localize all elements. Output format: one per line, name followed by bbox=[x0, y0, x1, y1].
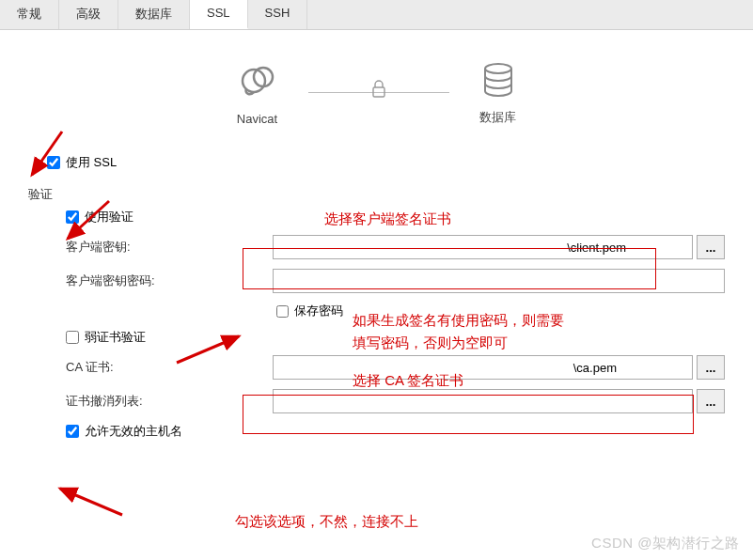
tab-advanced[interactable]: 高级 bbox=[59, 0, 118, 29]
crl-browse-button[interactable]: ... bbox=[697, 389, 725, 413]
svg-point-3 bbox=[485, 64, 511, 73]
client-key-pw-row: 客户端密钥密码: bbox=[66, 269, 725, 293]
server-node: 数据库 bbox=[478, 59, 519, 126]
client-key-row: 客户端密钥: ... bbox=[66, 235, 725, 259]
arrow-to-allow-host bbox=[47, 481, 132, 522]
ca-cert-browse-button[interactable]: ... bbox=[697, 355, 725, 380]
crl-label: 证书撤消列表: bbox=[66, 393, 273, 410]
client-key-pw-label: 客户端密钥密码: bbox=[66, 272, 273, 289]
client-key-pw-input[interactable] bbox=[273, 269, 725, 293]
use-ssl-checkbox[interactable] bbox=[47, 156, 60, 169]
save-pw-checkbox[interactable] bbox=[276, 305, 289, 318]
use-ssl-row: 使用 SSL bbox=[47, 154, 725, 171]
watermark: CSDN @架构潜行之路 bbox=[591, 535, 740, 552]
connection-line bbox=[308, 92, 449, 93]
crl-row: 证书撤消列表: ... bbox=[66, 389, 725, 413]
client-key-browse-button[interactable]: ... bbox=[697, 235, 725, 259]
content-panel: Navicat 数据库 使用 SSL 验证 使用验证 客户端密钥: ... 客户… bbox=[0, 30, 753, 560]
verify-section-title: 验证 bbox=[28, 186, 725, 203]
client-key-input[interactable] bbox=[273, 235, 693, 259]
tab-database[interactable]: 数据库 bbox=[118, 0, 190, 29]
ca-cert-label: CA 证书: bbox=[66, 359, 273, 376]
tab-ssl[interactable]: SSL bbox=[190, 0, 248, 29]
tab-general[interactable]: 常规 bbox=[0, 0, 59, 29]
allow-invalid-host-row: 允许无效的主机名 bbox=[66, 423, 725, 440]
ca-cert-row: CA 证书: ... bbox=[66, 355, 725, 380]
annotation-allow-host: 勾选该选项，不然，连接不上 bbox=[235, 513, 418, 531]
connection-diagram: Navicat 数据库 bbox=[28, 58, 725, 126]
weak-verify-row: 弱证书验证 bbox=[66, 329, 725, 346]
client-node: Navicat bbox=[235, 58, 280, 126]
database-icon bbox=[478, 89, 519, 103]
weak-verify-checkbox[interactable] bbox=[66, 331, 79, 344]
save-pw-label: 保存密码 bbox=[294, 303, 343, 319]
allow-invalid-host-label: 允许无效的主机名 bbox=[85, 423, 182, 440]
weak-verify-label: 弱证书验证 bbox=[85, 329, 146, 346]
allow-invalid-host-checkbox[interactable] bbox=[66, 425, 79, 438]
crl-input[interactable] bbox=[273, 389, 693, 413]
use-ssl-label: 使用 SSL bbox=[66, 154, 117, 171]
ca-cert-input[interactable] bbox=[273, 355, 693, 380]
svg-rect-2 bbox=[373, 87, 384, 97]
use-verify-label: 使用验证 bbox=[85, 209, 133, 226]
client-label: Navicat bbox=[235, 112, 280, 126]
use-verify-checkbox[interactable] bbox=[66, 210, 79, 224]
save-pw-row: 保存密码 bbox=[276, 303, 725, 319]
use-verify-row: 使用验证 bbox=[66, 209, 725, 226]
tabs-bar: 常规 高级 数据库 SSL SSH bbox=[0, 0, 753, 30]
client-key-label: 客户端密钥: bbox=[66, 239, 273, 256]
tab-ssh[interactable]: SSH bbox=[248, 0, 308, 29]
navicat-icon bbox=[235, 92, 280, 106]
server-label: 数据库 bbox=[478, 109, 519, 126]
lock-icon bbox=[370, 79, 387, 102]
